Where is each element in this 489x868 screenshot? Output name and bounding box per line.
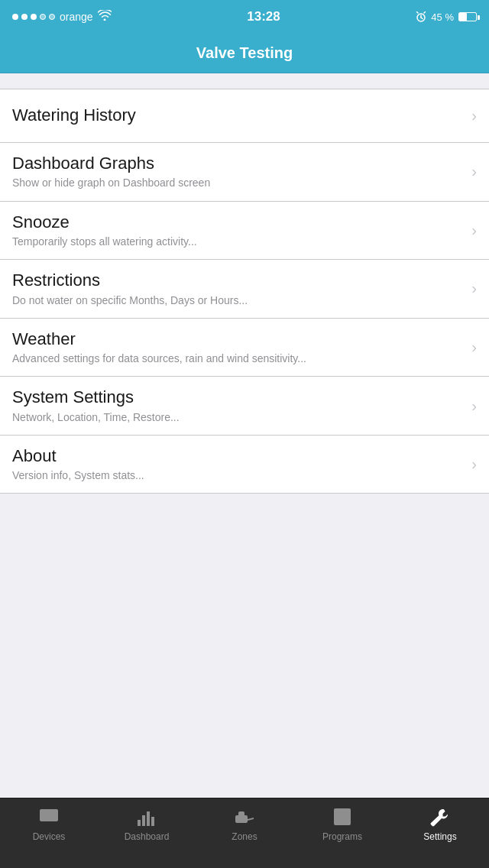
chevron-icon: › xyxy=(471,163,477,180)
menu-item-content: Watering History xyxy=(12,105,464,125)
svg-rect-20 xyxy=(337,816,341,820)
menu-item-title: Restrictions xyxy=(12,270,464,290)
svg-rect-12 xyxy=(151,817,154,826)
main-content: Watering History › Dashboard Graphs Show… xyxy=(0,73,489,837)
menu-item-subtitle: Network, Location, Time, Restore... xyxy=(12,410,464,424)
chevron-icon: › xyxy=(471,338,477,356)
chevron-icon: › xyxy=(471,222,477,239)
signal-dot-2 xyxy=(21,14,28,20)
signal-dot-5 xyxy=(49,14,55,20)
programs-icon xyxy=(330,806,355,828)
menu-item-title: Watering History xyxy=(12,105,464,125)
svg-rect-9 xyxy=(138,820,141,826)
menu-item-content: Snooze Temporarily stops all watering ac… xyxy=(12,212,464,249)
battery-fill xyxy=(459,13,467,21)
chevron-icon: › xyxy=(471,455,477,473)
menu-item-snooze[interactable]: Snooze Temporarily stops all watering ac… xyxy=(0,202,489,261)
signal-dots xyxy=(12,14,55,20)
signal-dot-4 xyxy=(40,14,46,20)
menu-item-about[interactable]: About Version info, System stats... › xyxy=(0,436,489,494)
tab-devices[interactable]: Devices xyxy=(0,805,98,842)
svg-rect-21 xyxy=(342,816,346,820)
chevron-icon: › xyxy=(471,280,477,297)
menu-item-content: Restrictions Do not water on specific Mo… xyxy=(12,270,464,307)
menu-item-title: About xyxy=(12,446,464,466)
chevron-icon: › xyxy=(471,107,477,125)
tab-programs-label: Programs xyxy=(322,831,362,842)
carrier-label: orange xyxy=(60,11,93,23)
signal-dot-3 xyxy=(31,14,37,20)
svg-line-3 xyxy=(417,12,419,14)
svg-line-4 xyxy=(424,12,426,14)
bottom-spacer xyxy=(0,494,489,646)
status-bar: orange 13:28 45 % xyxy=(0,0,489,34)
tab-zones-label: Zones xyxy=(232,831,257,842)
tab-dashboard-label: Dashboard xyxy=(125,831,170,842)
menu-item-content: Dashboard Graphs Show or hide graph on D… xyxy=(12,154,464,190)
menu-item-dashboard-graphs[interactable]: Dashboard Graphs Show or hide graph on D… xyxy=(0,143,489,202)
menu-item-subtitle: Advanced settings for data sources, rain… xyxy=(12,351,464,365)
top-spacer xyxy=(0,73,489,89)
chevron-icon: › xyxy=(471,397,477,415)
alarm-icon xyxy=(416,11,426,22)
menu-list: Watering History › Dashboard Graphs Show… xyxy=(0,89,489,494)
status-right: 45 % xyxy=(416,11,477,23)
tab-settings[interactable]: Settings xyxy=(391,805,489,842)
nav-header: Valve Testing xyxy=(0,34,489,73)
nav-title: Valve Testing xyxy=(196,44,293,62)
tab-bar: Devices Dashboard Zones xyxy=(0,798,489,868)
devices-icon xyxy=(37,806,61,828)
svg-rect-11 xyxy=(147,811,150,826)
zones-icon xyxy=(232,806,257,828)
tab-devices-label: Devices xyxy=(33,831,66,842)
menu-item-subtitle: Do not water on specific Months, Days or… xyxy=(12,293,464,307)
status-left: orange xyxy=(12,10,112,24)
status-time: 13:28 xyxy=(247,9,280,24)
menu-item-content: About Version info, System stats... xyxy=(12,446,464,483)
menu-item-content: Weather Advanced settings for data sourc… xyxy=(12,329,464,366)
tab-settings-label: Settings xyxy=(423,831,456,842)
svg-line-2 xyxy=(421,18,423,19)
battery-icon xyxy=(458,12,477,21)
menu-item-title: Snooze xyxy=(12,212,464,232)
svg-rect-10 xyxy=(142,815,145,826)
menu-item-subtitle: Version info, System stats... xyxy=(12,468,464,482)
menu-item-title: Dashboard Graphs xyxy=(12,154,464,173)
menu-item-subtitle: Temporarily stops all watering activity.… xyxy=(12,235,464,248)
dashboard-icon xyxy=(134,806,159,828)
tab-zones[interactable]: Zones xyxy=(196,805,293,842)
wifi-icon xyxy=(98,10,112,24)
svg-rect-8 xyxy=(41,811,57,820)
tab-dashboard[interactable]: Dashboard xyxy=(98,805,196,842)
battery-percent: 45 % xyxy=(431,11,454,23)
menu-item-restrictions[interactable]: Restrictions Do not water on specific Mo… xyxy=(0,260,489,319)
signal-dot-1 xyxy=(12,14,18,20)
menu-item-content: System Settings Network, Location, Time,… xyxy=(12,387,464,424)
menu-item-title: System Settings xyxy=(12,387,464,407)
menu-item-subtitle: Show or hide graph on Dashboard screen xyxy=(12,176,464,189)
tab-programs[interactable]: Programs xyxy=(293,805,391,842)
menu-item-system-settings[interactable]: System Settings Network, Location, Time,… xyxy=(0,377,489,436)
menu-item-watering-history[interactable]: Watering History › xyxy=(0,89,489,143)
menu-item-title: Weather xyxy=(12,329,464,349)
settings-icon xyxy=(428,806,452,828)
menu-item-weather[interactable]: Weather Advanced settings for data sourc… xyxy=(0,319,489,377)
